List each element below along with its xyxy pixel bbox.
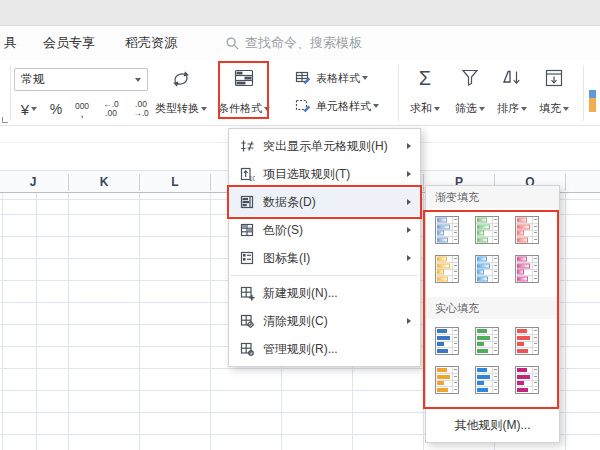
menu-item-label: 色阶(S) bbox=[263, 222, 407, 239]
separator bbox=[583, 65, 584, 121]
databar-style-solid-2[interactable] bbox=[475, 327, 499, 355]
menu-item-label: 清除规则(C) bbox=[263, 313, 407, 330]
number-format-value: 常规 bbox=[21, 71, 45, 88]
databar-style-gradient-3[interactable] bbox=[515, 216, 539, 244]
manage-rules-icon bbox=[239, 341, 255, 357]
table-style-icon bbox=[294, 69, 312, 87]
menu-item-label: 数据条(D) bbox=[263, 194, 407, 211]
databar-style-gradient-1[interactable] bbox=[435, 216, 459, 244]
databar-style-gradient-2[interactable] bbox=[475, 216, 499, 244]
column-divider bbox=[139, 174, 140, 191]
column-divider bbox=[423, 174, 424, 191]
cell-style-button[interactable]: 单元格样式 bbox=[294, 95, 379, 117]
menu-bar: 具 会员专享 稻壳资源 查找命令、搜索模板 bbox=[0, 26, 600, 60]
chevron-down-icon bbox=[31, 107, 37, 111]
ribbon-toolbar: 常规 ¥ % 000, ←.0.00 .00→.0 类 bbox=[0, 60, 600, 126]
tab-partial[interactable]: 具 bbox=[0, 34, 21, 52]
column-divider bbox=[565, 174, 566, 191]
top-bottom-rules-icon: 10 bbox=[239, 166, 255, 182]
more-rules-item[interactable]: 其他规则(M)... bbox=[426, 408, 559, 442]
sort-label: 排序 bbox=[497, 101, 519, 116]
tab-member[interactable]: 会员专享 bbox=[39, 34, 99, 52]
filter-funnel-icon bbox=[458, 66, 482, 90]
menu-item-new-rule[interactable]: 新建规则(N)... bbox=[229, 279, 420, 307]
sort-button[interactable]: 排序 bbox=[489, 64, 535, 120]
data-bars-icon bbox=[239, 194, 255, 210]
table-style-label: 表格样式 bbox=[316, 71, 360, 86]
databar-style-gradient-6[interactable] bbox=[515, 255, 539, 283]
table-style-button[interactable]: 表格样式 bbox=[294, 67, 368, 89]
highlight-cells-rules-icon bbox=[239, 138, 255, 154]
data-bars-submenu: 渐变填充 实心填充 其他规则(M)... bbox=[425, 185, 560, 443]
menu-item-label: 图标集(I) bbox=[263, 250, 407, 267]
separator bbox=[398, 65, 399, 121]
dec-dec-bottom: →.0 bbox=[133, 109, 149, 118]
fill-down-icon bbox=[542, 66, 566, 90]
svg-text:10: 10 bbox=[249, 175, 255, 182]
databar-style-solid-5[interactable] bbox=[475, 366, 499, 394]
databar-style-gradient-5[interactable] bbox=[475, 255, 499, 283]
fill-button[interactable]: 填充 bbox=[531, 64, 577, 120]
filter-button[interactable]: 筛选 bbox=[447, 64, 493, 120]
type-convert-label: 类型转换 bbox=[155, 101, 199, 116]
command-search[interactable]: 查找命令、搜索模板 bbox=[225, 34, 362, 52]
color-scales-icon bbox=[239, 222, 255, 238]
menu-item-color-scales[interactable]: 色阶(S) bbox=[229, 216, 420, 244]
comma-format-button[interactable]: 000, bbox=[68, 96, 96, 122]
search-placeholder: 查找命令、搜索模板 bbox=[245, 34, 362, 52]
chevron-down-icon bbox=[563, 107, 569, 111]
menu-item-highlight-cells-rules[interactable]: 突出显示单元格规则(H) bbox=[229, 132, 420, 160]
tab-docer[interactable]: 稻壳资源 bbox=[121, 34, 181, 52]
search-icon bbox=[225, 36, 240, 51]
number-format-select[interactable]: 常规 bbox=[14, 68, 148, 91]
cell-style-label: 单元格样式 bbox=[316, 99, 371, 114]
thousands-comma: , bbox=[80, 111, 83, 116]
chevron-down-icon bbox=[201, 107, 207, 111]
chevron-down-icon bbox=[362, 76, 368, 80]
conditional-format-icon bbox=[232, 66, 256, 90]
cell-style-icon bbox=[294, 97, 312, 115]
menu-item-icon-sets[interactable]: 图标集(I) bbox=[229, 244, 420, 272]
dialog-launcher-icon[interactable] bbox=[2, 117, 8, 123]
percent-symbol: % bbox=[50, 101, 62, 117]
clear-rules-icon bbox=[239, 313, 255, 329]
databar-style-solid-6[interactable] bbox=[515, 366, 539, 394]
menu-item-clear-rules[interactable]: 清除规则(C) bbox=[229, 307, 420, 335]
conditional-format-menu: 突出显示单元格规则(H) 10 项目选取规则(T) 数据条(D) bbox=[228, 128, 421, 367]
sum-button[interactable]: Σ 求和 bbox=[402, 64, 448, 120]
separator bbox=[10, 65, 11, 121]
menu-item-label: 新建规则(N)... bbox=[263, 285, 411, 302]
databar-style-solid-4[interactable] bbox=[435, 366, 459, 394]
menu-item-manage-rules[interactable]: 管理规则(R)... bbox=[229, 335, 420, 363]
column-header-L[interactable]: L bbox=[171, 171, 178, 193]
column-divider bbox=[210, 174, 211, 191]
conditional-format-label: 条件格式 bbox=[218, 101, 262, 116]
conditional-format-button[interactable]: 条件格式 bbox=[220, 64, 268, 120]
chevron-down-icon bbox=[135, 78, 141, 82]
chevron-down-icon bbox=[264, 107, 270, 111]
title-bar bbox=[0, 0, 600, 26]
menu-item-label: 管理规则(R)... bbox=[263, 341, 411, 358]
column-header-J[interactable]: J bbox=[30, 171, 37, 193]
type-convert-button[interactable]: 类型转换 bbox=[150, 64, 212, 120]
sum-sigma-icon: Σ bbox=[419, 66, 431, 90]
sum-label: 求和 bbox=[410, 101, 432, 116]
chevron-down-icon bbox=[373, 104, 379, 108]
menu-item-data-bars[interactable]: 数据条(D) bbox=[229, 188, 420, 216]
column-header-K[interactable]: K bbox=[100, 171, 109, 193]
chevron-down-icon bbox=[479, 107, 485, 111]
percent-format-button[interactable]: % bbox=[44, 96, 68, 122]
currency-format-button[interactable]: ¥ bbox=[14, 96, 44, 122]
menu-item-top-bottom-rules[interactable]: 10 项目选取规则(T) bbox=[229, 160, 420, 188]
databar-style-gradient-4[interactable] bbox=[435, 255, 459, 283]
solid-fill-gallery bbox=[426, 319, 559, 408]
gradient-fill-gallery bbox=[426, 208, 559, 297]
gridline bbox=[2, 193, 3, 450]
type-convert-icon bbox=[168, 66, 194, 92]
chevron-down-icon bbox=[434, 107, 440, 111]
increase-decimal-button[interactable]: ←.0.00 bbox=[96, 96, 126, 122]
databar-style-solid-1[interactable] bbox=[435, 327, 459, 355]
icon-sets-icon bbox=[239, 250, 255, 266]
partial-button-icon bbox=[589, 90, 596, 112]
databar-style-solid-3[interactable] bbox=[515, 327, 539, 355]
